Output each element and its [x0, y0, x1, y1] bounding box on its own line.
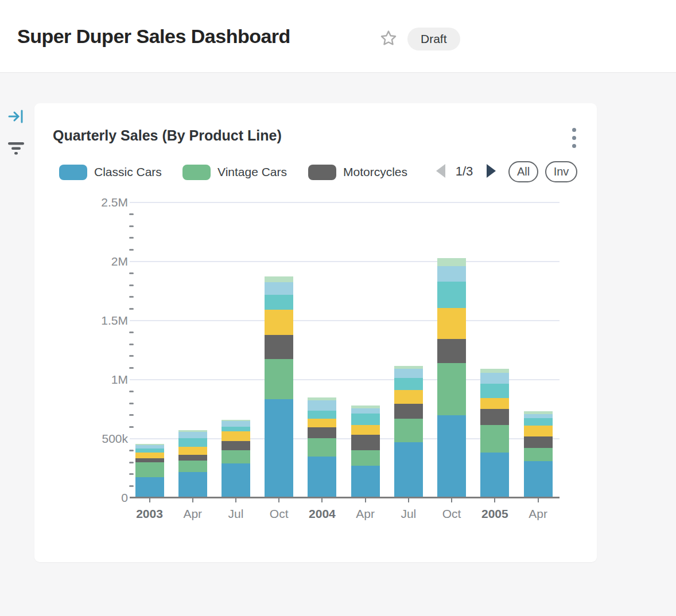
bar-segment[interactable]: [351, 408, 380, 414]
y-minor-tick: [129, 485, 134, 487]
bar-segment[interactable]: [265, 276, 293, 282]
bar-segment[interactable]: [394, 378, 423, 391]
x-tick-label: Apr: [344, 507, 387, 521]
bar-segment[interactable]: [178, 430, 207, 432]
bar-segment[interactable]: [222, 431, 250, 441]
x-tick: [192, 498, 193, 502]
bar-segment[interactable]: [394, 404, 423, 419]
bar-segment[interactable]: [351, 425, 380, 435]
bar-segment[interactable]: [265, 335, 293, 359]
bar-segment[interactable]: [437, 363, 466, 415]
bar-segment[interactable]: [394, 369, 423, 378]
bar-segment[interactable]: [394, 390, 423, 404]
bar-segment[interactable]: [351, 435, 380, 450]
bar-segment[interactable]: [308, 411, 336, 419]
bar-segment[interactable]: [480, 398, 509, 409]
bar-segment[interactable]: [178, 447, 207, 455]
bar-segment[interactable]: [222, 450, 250, 464]
bar-segment[interactable]: [265, 399, 293, 497]
bar-segment[interactable]: [135, 444, 164, 445]
page-title: Super Duper Sales Dashboard: [17, 0, 290, 73]
bar-segment[interactable]: [222, 463, 250, 497]
y-minor-tick: [129, 249, 134, 251]
y-minor-tick: [129, 426, 134, 428]
y-minor-tick: [129, 344, 134, 345]
bar-segment[interactable]: [437, 308, 466, 339]
bar-segment[interactable]: [265, 310, 293, 335]
bar-segment[interactable]: [437, 282, 466, 308]
bar-segment[interactable]: [394, 419, 423, 442]
bar-segment[interactable]: [135, 458, 164, 463]
collapse-panel-button[interactable]: [7, 108, 25, 126]
bar-segment[interactable]: [135, 453, 164, 458]
bar-segment[interactable]: [308, 438, 336, 457]
bar-segment[interactable]: [178, 438, 207, 446]
y-minor-tick: [129, 284, 134, 286]
bar-segment[interactable]: [178, 461, 207, 473]
bar-segment[interactable]: [480, 453, 509, 497]
x-tick-label: Apr: [516, 507, 560, 521]
status-badge: Draft: [407, 28, 460, 50]
bar-segment[interactable]: [178, 432, 207, 438]
bar-segment[interactable]: [135, 477, 164, 497]
x-tick-label: Jul: [387, 507, 430, 521]
bar-segment[interactable]: [437, 266, 466, 282]
bar-segment[interactable]: [135, 462, 164, 477]
bar-segment[interactable]: [308, 419, 336, 427]
gridline: [130, 320, 560, 321]
x-tick-label: 2003: [128, 507, 172, 521]
bar-segment[interactable]: [308, 397, 336, 400]
bar-segment[interactable]: [351, 466, 380, 497]
bar-segment[interactable]: [524, 411, 553, 414]
bar-segment[interactable]: [524, 426, 553, 436]
bar-segment[interactable]: [524, 436, 553, 447]
favorite-button[interactable]: [379, 29, 398, 48]
bar-segment[interactable]: [524, 461, 553, 497]
bar-segment[interactable]: [437, 258, 466, 266]
bar-segment[interactable]: [480, 369, 509, 373]
bar-segment[interactable]: [222, 421, 250, 426]
bar-segment[interactable]: [394, 442, 423, 497]
bar-segment[interactable]: [480, 409, 509, 425]
x-tick-label: Jul: [214, 507, 258, 521]
gridline: [130, 261, 560, 262]
y-minor-tick: [129, 225, 134, 227]
x-tick-label: 2005: [473, 507, 516, 521]
bar-segment[interactable]: [178, 472, 207, 497]
bar-segment[interactable]: [135, 449, 164, 453]
bar-segment[interactable]: [178, 455, 207, 460]
filter-button[interactable]: [7, 139, 25, 157]
bar-segment[interactable]: [480, 373, 509, 384]
bar-segment[interactable]: [308, 457, 336, 497]
bar-segment[interactable]: [437, 339, 466, 363]
bar-segment[interactable]: [437, 415, 466, 497]
arrow-right-to-line-icon: [7, 118, 25, 127]
bar-segment[interactable]: [480, 425, 509, 453]
y-tick-label: 1.5M: [88, 314, 128, 328]
bar-segment[interactable]: [480, 384, 509, 398]
bar-segment[interactable]: [222, 427, 250, 431]
bar-segment[interactable]: [351, 450, 380, 466]
bar-segment[interactable]: [222, 420, 250, 422]
bar-segment[interactable]: [351, 406, 380, 408]
x-tick: [451, 498, 452, 502]
x-tick: [235, 498, 236, 502]
bar-segment[interactable]: [524, 414, 553, 418]
bar-segment[interactable]: [265, 295, 293, 310]
bar-segment[interactable]: [394, 366, 423, 369]
bar-segment[interactable]: [524, 448, 553, 461]
y-minor-tick: [129, 308, 134, 310]
y-tick-label: 1M: [88, 373, 128, 387]
y-minor-tick: [129, 332, 134, 333]
bar-segment[interactable]: [524, 418, 553, 426]
bar-segment[interactable]: [265, 359, 293, 399]
bar-segment[interactable]: [265, 282, 293, 295]
y-minor-tick: [129, 473, 134, 475]
bar-segment[interactable]: [308, 427, 336, 438]
gridline: [130, 202, 560, 203]
y-minor-tick: [129, 272, 134, 274]
bar-segment[interactable]: [351, 414, 380, 425]
bar-segment[interactable]: [135, 445, 164, 449]
bar-segment[interactable]: [222, 441, 250, 450]
bar-segment[interactable]: [308, 400, 336, 411]
